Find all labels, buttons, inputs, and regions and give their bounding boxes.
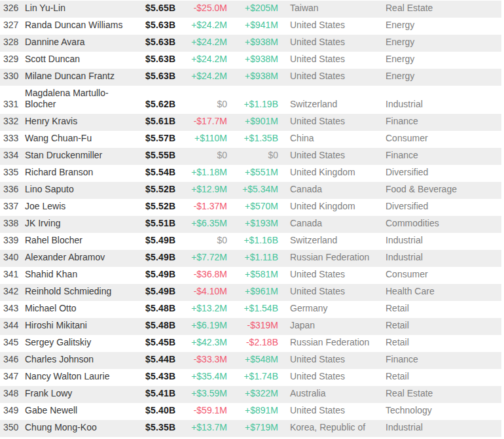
table-row[interactable]: 343 Michael Otto $5.48B +$13.2M +$1.54B … [0, 301, 501, 318]
rank-cell: 341 [0, 267, 25, 284]
table-row[interactable]: 337 Joe Lewis $5.52B -$1.37M +$570M Unit… [0, 199, 501, 216]
ytd-change-cell: $0 [227, 148, 278, 165]
rank-cell: 339 [0, 233, 25, 250]
net-worth-cell: $5.48B [145, 318, 183, 335]
industry-cell: Diversified [386, 199, 501, 216]
daily-change-cell: +$13.2M [183, 301, 227, 318]
industry-cell: Consumer [386, 267, 501, 284]
name-cell: Hiroshi Mikitani [25, 318, 145, 335]
daily-change-cell: -$25.0M [183, 1, 227, 18]
industry-cell: Retail [386, 301, 501, 318]
table-row[interactable]: 334 Stan Druckenmiller $5.55B $0 $0 Unit… [0, 148, 501, 165]
table-row[interactable]: 326 Lin Yu-Lin $5.65B -$25.0M +$205M Tai… [0, 1, 501, 18]
industry-cell: Energy [386, 35, 501, 52]
table-row[interactable]: 347 Nancy Walton Laurie $5.43B +$35.4M +… [0, 369, 501, 386]
industry-cell: Energy [386, 18, 501, 35]
country-cell: United States [278, 267, 386, 284]
name-cell: Richard Branson [25, 165, 145, 182]
daily-change-cell: +$24.2M [183, 18, 227, 35]
table-row[interactable]: 344 Hiroshi Mikitani $5.48B +$6.19M -$31… [0, 318, 501, 335]
name-cell: Randa Duncan Williams [25, 18, 145, 35]
country-cell: United States [278, 284, 386, 301]
ytd-change-cell: +$938M [227, 69, 278, 86]
table-row[interactable]: 332 Henry Kravis $5.61B -$17.7M +$901M U… [0, 114, 501, 131]
ytd-change-cell: +$891M [227, 403, 278, 420]
net-worth-cell: $5.63B [145, 52, 183, 69]
table-row[interactable]: 330 Milane Duncan Frantz $5.63B +$24.2M … [0, 69, 501, 86]
net-worth-cell: $5.54B [145, 165, 183, 182]
industry-cell: Retail [386, 318, 501, 335]
daily-change-cell: +$6.19M [183, 318, 227, 335]
ytd-change-cell: +$5.34M [227, 182, 278, 199]
daily-change-cell: -$59.1M [183, 403, 227, 420]
name-cell: Frank Lowy [25, 386, 145, 403]
table-row[interactable]: 349 Gabe Newell $5.40B -$59.1M +$891M Un… [0, 403, 501, 420]
name-cell: Michael Otto [25, 301, 145, 318]
industry-cell: Industrial [386, 86, 501, 114]
country-cell: United States [278, 403, 386, 420]
table-row[interactable]: 340 Alexander Abramov $5.49B +$7.72M +$1… [0, 250, 501, 267]
daily-change-cell: +$42.3M [183, 335, 227, 352]
rank-cell: 329 [0, 52, 25, 69]
table-row[interactable]: 327 Randa Duncan Williams $5.63B +$24.2M… [0, 18, 501, 35]
name-cell: JK Irving [25, 216, 145, 233]
table-row[interactable]: 329 Scott Duncan $5.63B +$24.2M +$938M U… [0, 52, 501, 69]
name-cell: Charles Johnson [25, 352, 145, 369]
table-row[interactable]: 331 Magdalena Martullo-Blocher $5.62B $0… [0, 86, 501, 114]
name-cell: Rahel Blocher [25, 233, 145, 250]
country-cell: Russian Federation [278, 335, 386, 352]
name-cell: Alexander Abramov [25, 250, 145, 267]
name-cell: Lino Saputo [25, 182, 145, 199]
name-cell: Gabe Newell [25, 403, 145, 420]
ytd-change-cell: +$961M [227, 284, 278, 301]
rank-cell: 336 [0, 182, 25, 199]
name-cell: Nancy Walton Laurie [25, 369, 145, 386]
net-worth-cell: $5.51B [145, 216, 183, 233]
industry-cell: Real Estate [386, 386, 501, 403]
industry-cell: Retail [386, 369, 501, 386]
daily-change-cell: +$1.18M [183, 165, 227, 182]
net-worth-cell: $5.45B [145, 335, 183, 352]
table-row[interactable]: 342 Reinhold Schmieding $5.49B -$4.10M +… [0, 284, 501, 301]
net-worth-cell: $5.44B [145, 352, 183, 369]
name-cell: Reinhold Schmieding [25, 284, 145, 301]
industry-cell: Diversified [386, 165, 501, 182]
rank-cell: 333 [0, 131, 25, 148]
daily-change-cell: +$12.9M [183, 182, 227, 199]
industry-cell: Energy [386, 52, 501, 69]
name-cell: Chung Mong-Koo [25, 420, 145, 437]
ytd-change-cell: +$1.54B [227, 301, 278, 318]
industry-cell: Technology [386, 403, 501, 420]
ytd-change-cell: +$322M [227, 386, 278, 403]
table-row[interactable]: 335 Richard Branson $5.54B +$1.18M +$551… [0, 165, 501, 182]
ytd-change-cell: +$901M [227, 114, 278, 131]
rank-cell: 350 [0, 420, 25, 437]
net-worth-cell: $5.52B [145, 182, 183, 199]
table-row[interactable]: 341 Shahid Khan $5.49B -$36.8M +$581M Un… [0, 267, 501, 284]
ytd-change-cell: +$1.11B [227, 250, 278, 267]
country-cell: Switzerland [278, 86, 386, 114]
name-cell: Sergey Galitskiy [25, 335, 145, 352]
rank-cell: 335 [0, 165, 25, 182]
country-cell: United States [278, 69, 386, 86]
table-row[interactable]: 348 Frank Lowy $5.41B +$3.59M +$322M Aus… [0, 386, 501, 403]
industry-cell: Commodities [386, 216, 501, 233]
daily-change-cell: +$24.2M [183, 35, 227, 52]
table-row[interactable]: 338 JK Irving $5.51B +$6.35M +$193M Cana… [0, 216, 501, 233]
country-cell: United Kingdom [278, 199, 386, 216]
table-row[interactable]: 350 Chung Mong-Koo $5.35B +$13.7M +$719M… [0, 420, 501, 437]
table-row[interactable]: 336 Lino Saputo $5.52B +$12.9M +$5.34M C… [0, 182, 501, 199]
daily-change-cell: +$24.2M [183, 52, 227, 69]
rank-cell: 349 [0, 403, 25, 420]
daily-change-cell: +$13.7M [183, 420, 227, 437]
industry-cell: Food & Beverage [386, 182, 501, 199]
industry-cell: Industrial [386, 233, 501, 250]
daily-change-cell: -$4.10M [183, 284, 227, 301]
table-row[interactable]: 346 Charles Johnson $5.44B -$33.3M +$548… [0, 352, 501, 369]
table-row[interactable]: 339 Rahel Blocher $5.49B $0 +$1.16B Swit… [0, 233, 501, 250]
table-row[interactable]: 333 Wang Chuan-Fu $5.57B +$110M +$1.35B … [0, 131, 501, 148]
table-row[interactable]: 328 Dannine Avara $5.63B +$24.2M +$938M … [0, 35, 501, 52]
daily-change-cell: -$33.3M [183, 352, 227, 369]
table-row[interactable]: 345 Sergey Galitskiy $5.45B +$42.3M -$2.… [0, 335, 501, 352]
net-worth-cell: $5.65B [145, 1, 183, 18]
